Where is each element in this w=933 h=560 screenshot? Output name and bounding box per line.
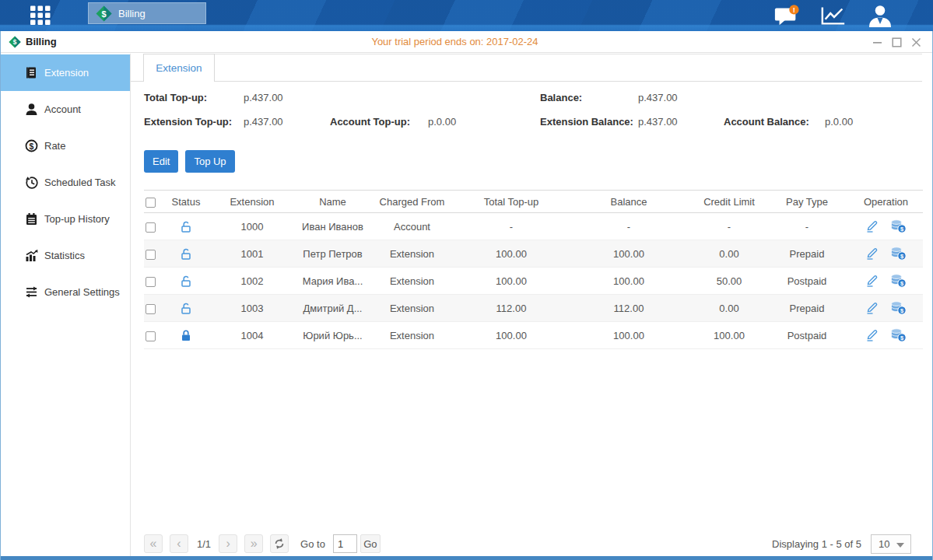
column-header-total-top-up[interactable]: Total Top-up	[458, 196, 564, 208]
edit-pencil-icon[interactable]	[865, 219, 879, 233]
account-balance-value: p.0.00	[825, 116, 853, 128]
go-button[interactable]: Go	[360, 534, 381, 553]
lock-closed-icon[interactable]	[180, 329, 192, 342]
lock-open-icon[interactable]	[180, 302, 192, 315]
row-checkbox[interactable]	[146, 222, 156, 233]
top-up-button[interactable]: Top Up	[185, 150, 234, 173]
maximize-button[interactable]	[891, 37, 902, 47]
cell-extension: 1003	[205, 303, 300, 314]
table-row: 1000Иван ИвановAccount----$	[144, 213, 923, 240]
billing-window: $ Billing Your trial period ends on: 201…	[0, 31, 933, 560]
billing-app-icon: $	[96, 5, 112, 22]
apps-grid-icon[interactable]	[28, 4, 53, 27]
cell-total-topup: 112.00	[458, 303, 564, 314]
column-header-extension[interactable]: Extension	[205, 196, 300, 208]
row-checkbox[interactable]	[146, 331, 156, 341]
column-header-pay-type[interactable]: Pay Type	[765, 196, 849, 208]
topbar: $ Billing !	[0, 0, 933, 31]
cell-extension: 1004	[205, 330, 300, 341]
sidebar-item-label: Top-up History	[44, 213, 110, 225]
sidebar-item-general-settings[interactable]: General Settings	[1, 274, 130, 310]
sidebar-item-label: General Settings	[44, 286, 120, 298]
account-balance-label: Account Balance:	[724, 116, 809, 128]
cell-pay-type: Prepaid	[765, 248, 849, 260]
lock-open-icon[interactable]	[180, 275, 192, 288]
displaying-info: Displaying 1 - 5 of 5	[772, 538, 861, 550]
sidebar-item-account[interactable]: Account	[1, 91, 130, 128]
next-page-button[interactable]: ›	[219, 534, 237, 553]
table-row: 1003Дмитрий Д...Extension112.00112.000.0…	[144, 295, 923, 322]
extension-topup-value: p.437.00	[244, 116, 283, 128]
tab-bar: Extension	[131, 54, 932, 82]
edit-pencil-icon[interactable]	[865, 301, 879, 315]
account-topup-value: p.0.00	[428, 116, 456, 128]
window-titlebar: $ Billing Your trial period ends on: 201…	[1, 31, 932, 53]
svg-text:$: $	[101, 9, 106, 18]
edit-pencil-icon[interactable]	[865, 274, 879, 288]
extension-balance-value: p.437.00	[638, 116, 678, 128]
select-all-checkbox[interactable]	[146, 198, 156, 208]
topup-coins-icon[interactable]: $	[890, 301, 907, 315]
cell-name: Иван Иванов	[300, 221, 366, 233]
resource-monitor-icon[interactable]	[820, 4, 847, 27]
minimize-button[interactable]	[872, 37, 882, 47]
lock-open-icon[interactable]	[180, 220, 192, 233]
page-size-select[interactable]: 10	[871, 534, 911, 554]
refresh-button[interactable]	[270, 534, 289, 553]
column-header-name[interactable]: Name	[300, 196, 366, 208]
tab-extension[interactable]: Extension	[143, 54, 215, 82]
row-checkbox[interactable]	[146, 277, 156, 287]
sidebar-item-extension[interactable]: Extension	[1, 54, 130, 91]
table-header: StatusExtensionNameCharged FromTotal Top…	[144, 190, 923, 213]
topup-coins-icon[interactable]: $	[890, 219, 907, 233]
trial-notice: Your trial period ends on: 2017-02-24	[1, 36, 909, 47]
column-header-status[interactable]: Status	[167, 196, 205, 208]
messages-icon[interactable]: !	[773, 4, 800, 27]
column-header-credit-limit[interactable]: Credit Limit	[693, 196, 765, 208]
sidebar-item-rate[interactable]: $Rate	[1, 128, 130, 164]
cell-balance: 100.00	[564, 275, 693, 287]
goto-page-input[interactable]	[333, 534, 357, 553]
extension-icon	[25, 66, 38, 79]
cell-balance: -	[564, 221, 693, 233]
sidebar-item-scheduled-task[interactable]: Scheduled Task	[1, 164, 130, 201]
cell-name: Мария Ива...	[300, 275, 366, 287]
prev-page-button[interactable]: ‹	[170, 534, 188, 553]
sidebar-item-label: Extension	[44, 67, 89, 79]
sidebar-item-statistics[interactable]: Statistics	[1, 237, 130, 274]
edit-button[interactable]: Edit	[144, 150, 178, 173]
edit-pencil-icon[interactable]	[865, 328, 879, 342]
close-button[interactable]	[910, 37, 921, 47]
column-header-charged-from[interactable]: Charged From	[366, 196, 458, 208]
last-page-button[interactable]: »	[244, 534, 263, 553]
summary-panel: Total Top-up: p.437.00 Balance: p.437.00…	[131, 92, 932, 131]
table-row: 1001Петр ПетровExtension100.00100.000.00…	[144, 240, 923, 268]
edit-pencil-icon[interactable]	[865, 247, 879, 261]
svg-text:!: !	[793, 5, 795, 14]
row-checkbox[interactable]	[146, 250, 156, 260]
cell-name: Юрий Юрь...	[300, 330, 366, 341]
cell-name: Дмитрий Д...	[300, 303, 366, 314]
goto-label: Go to	[300, 538, 325, 550]
topup-coins-icon[interactable]: $	[890, 274, 907, 288]
lock-open-icon[interactable]	[180, 247, 192, 261]
cell-credit-limit: 0.00	[693, 303, 765, 314]
column-header-balance[interactable]: Balance	[564, 196, 693, 208]
first-page-button[interactable]: «	[144, 534, 163, 553]
row-checkbox[interactable]	[146, 304, 156, 314]
cell-charged-from: Extension	[366, 248, 458, 260]
sidebar-item-top-up-history[interactable]: Top-up History	[1, 201, 130, 237]
taskbar-tab-billing[interactable]: $ Billing	[88, 2, 206, 24]
column-header-operation[interactable]: Operation	[849, 196, 923, 208]
sidebar-item-label: Statistics	[44, 250, 85, 261]
general-settings-icon	[25, 285, 38, 299]
user-account-icon[interactable]	[867, 4, 893, 27]
taskbar-tab-label: Billing	[118, 8, 146, 19]
cell-credit-limit: -	[693, 221, 765, 233]
sidebar-item-label: Account	[44, 103, 81, 115]
topup-coins-icon[interactable]: $	[890, 328, 907, 342]
statistics-icon	[25, 249, 38, 262]
cell-pay-type: Postpaid	[765, 330, 849, 341]
topup-coins-icon[interactable]: $	[890, 247, 907, 261]
cell-credit-limit: 100.00	[693, 330, 765, 341]
